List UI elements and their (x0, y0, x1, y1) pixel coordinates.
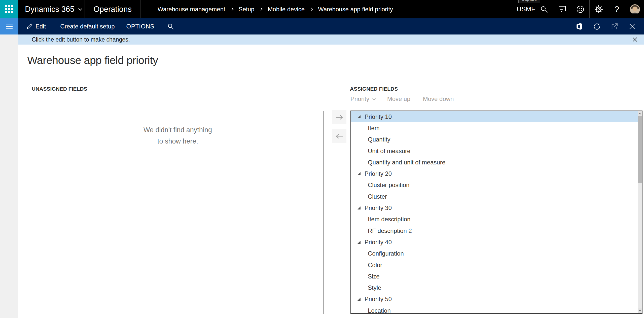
tree-row-label: Item description (368, 216, 410, 223)
chevron-right-icon (310, 8, 313, 11)
office-icon (576, 23, 583, 30)
tree-row-label: Priority 40 (365, 239, 392, 246)
breadcrumb-module[interactable]: Warehouse management (158, 6, 225, 13)
tree-row-label: Style (368, 284, 381, 291)
settings-button[interactable] (590, 0, 608, 18)
page-content: Warehouse app field priority UNASSIGNED … (18, 45, 644, 318)
tree-row[interactable]: Item (351, 122, 638, 134)
scroll-up-button[interactable] (638, 111, 642, 116)
tree-row-label: Item (368, 125, 380, 132)
scrollbar[interactable] (638, 111, 642, 313)
app-launcher-button[interactable] (0, 0, 18, 18)
edit-pencil-icon (26, 23, 32, 30)
help-button[interactable]: ? (608, 0, 626, 18)
move-right-arrow-icon (335, 114, 343, 121)
assigned-fields-list[interactable]: Priority 10ItemQuantityUnit of measureQu… (350, 111, 642, 314)
action-search-button[interactable] (166, 18, 175, 34)
message-bar-close-button[interactable] (630, 34, 640, 45)
tree-row[interactable]: Cluster (351, 191, 638, 202)
create-default-setup-label: Create default setup (60, 23, 115, 30)
tree-row[interactable]: Style (351, 282, 638, 293)
refresh-icon (593, 23, 601, 30)
chevron-right-icon (230, 8, 234, 11)
assigned-fields-toolbar: Priority Move up Move down (350, 95, 454, 102)
create-default-setup-button[interactable]: Create default setup (59, 18, 116, 34)
edit-button[interactable]: Edit (24, 18, 47, 34)
scrollbar-thumb[interactable] (638, 116, 642, 183)
divider (140, 0, 140, 18)
tree-row[interactable]: Quantity and unit of measure (351, 157, 638, 168)
unassigned-fields-list[interactable]: We didn't find anything to show here. (32, 111, 324, 314)
move-up-button[interactable]: Move up (387, 95, 410, 102)
nav-pane-toggle-button[interactable] (0, 18, 18, 34)
tree-row[interactable]: Priority 50 (351, 294, 638, 305)
close-icon (632, 37, 637, 42)
tree-row[interactable]: Cluster position (351, 180, 638, 191)
tree-row[interactable]: Configuration (351, 248, 638, 259)
tree-row[interactable]: Quantity (351, 134, 638, 145)
feedback-icon (558, 6, 566, 13)
divider (27, 73, 644, 73)
tree-expander-icon[interactable] (357, 115, 361, 118)
assigned-fields-tree: Priority 10ItemQuantityUnit of measureQu… (351, 111, 638, 314)
message-bar-text: Click the edit button to make changes. (32, 36, 130, 43)
tree-row-label: Priority 30 (365, 204, 392, 211)
options-tab[interactable]: OPTIONS (125, 18, 156, 34)
open-in-new-window-button[interactable] (606, 18, 623, 34)
close-page-button[interactable] (623, 18, 641, 34)
feedback-button[interactable] (553, 0, 571, 18)
tree-row-label: Configuration (368, 250, 404, 257)
tree-row-label: Size (368, 273, 380, 280)
tree-row-label: Cluster (368, 193, 387, 200)
scroll-down-button[interactable] (638, 308, 642, 313)
message-bar: Click the edit button to make changes. (18, 34, 644, 45)
tree-row-label: Priority 20 (365, 170, 392, 177)
tree-row-label: RF description 2 (368, 227, 412, 234)
assign-field-button[interactable] (332, 110, 346, 124)
tree-row[interactable]: Priority 40 (351, 236, 638, 248)
breadcrumb-page[interactable]: Warehouse app field priority (318, 6, 393, 13)
scroll-down-icon (639, 309, 641, 311)
tree-row[interactable]: Location (351, 305, 638, 314)
priority-dropdown-button[interactable]: Priority (350, 95, 375, 102)
tree-row[interactable]: RF description 2 (351, 225, 638, 236)
user-menu-button[interactable] (626, 0, 644, 18)
smiley-icon (576, 5, 584, 13)
page-title: Warehouse app field priority (27, 54, 158, 66)
search-icon (540, 6, 548, 13)
edit-label: Edit (35, 23, 46, 30)
unassign-field-button[interactable] (332, 129, 346, 143)
close-icon (629, 23, 635, 30)
refresh-button[interactable] (588, 18, 606, 34)
tree-row[interactable]: Priority 20 (351, 168, 638, 179)
tree-row[interactable]: Priority 10 (351, 111, 638, 122)
tree-expander-icon[interactable] (357, 241, 361, 244)
tree-row-label: Unit of measure (368, 148, 410, 155)
tree-row[interactable]: Unit of measure (351, 145, 638, 157)
app-name-button[interactable]: Operations (85, 0, 140, 18)
tree-row[interactable]: Size (351, 271, 638, 282)
help-icon: ? (615, 4, 619, 14)
settings-gear-icon (594, 5, 603, 14)
search-icon (167, 23, 174, 30)
tree-expander-icon[interactable] (357, 298, 361, 301)
collapsed-nav-rail[interactable] (0, 34, 18, 318)
move-down-button[interactable]: Move down (423, 95, 454, 102)
unassigned-fields-header: UNASSIGNED FIELDS (32, 86, 87, 92)
tree-row-label: Location (368, 307, 391, 314)
chevron-down-icon (372, 97, 376, 100)
tree-row[interactable]: Priority 30 (351, 202, 638, 214)
scroll-up-icon (639, 113, 641, 115)
product-menu-button[interactable]: Dynamics 365 (18, 0, 85, 18)
tree-row-label: Color (368, 262, 382, 269)
tree-expander-icon[interactable] (357, 172, 361, 175)
sentiment-button[interactable] (571, 0, 589, 18)
tree-expander-icon[interactable] (357, 206, 361, 209)
chevron-down-icon (78, 7, 82, 11)
tree-row[interactable]: Color (351, 259, 638, 271)
tree-row-label: Priority 50 (365, 296, 392, 303)
breadcrumb-setup[interactable]: Setup (239, 6, 255, 13)
tree-row[interactable]: Item description (351, 214, 638, 225)
office-button[interactable] (570, 18, 588, 34)
breadcrumb-mobile-device[interactable]: Mobile device (268, 6, 305, 13)
